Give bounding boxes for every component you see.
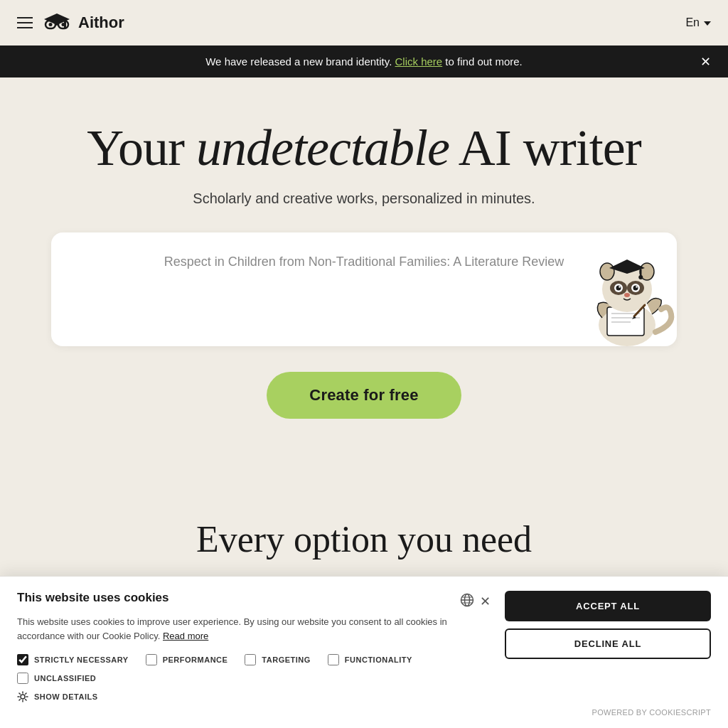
hero-title: Your undetectable AI writer (87, 120, 641, 176)
cookie-close-button[interactable]: ✕ (480, 594, 491, 609)
accept-all-button[interactable]: ACCEPT ALL (505, 591, 711, 621)
svg-point-6 (62, 23, 65, 26)
svg-point-23 (633, 286, 638, 291)
strictly-necessary-checkbox[interactable] (17, 654, 28, 665)
cookie-functionality[interactable]: FUNCTIONALITY (328, 654, 412, 665)
cookie-checkboxes: STRICTLY NECESSARY PERFORMANCE TARGETING… (17, 654, 491, 684)
svg-point-17 (638, 275, 643, 279)
functionality-checkbox[interactable] (328, 654, 339, 665)
powered-by-text: POWERED BY COOKIESCRIPT (592, 708, 711, 717)
globe-icon[interactable] (460, 593, 474, 611)
unclassified-checkbox[interactable] (17, 673, 28, 684)
banner-text-after: to find out more. (442, 55, 523, 68)
cookie-header: This website uses cookies ✕ (17, 591, 491, 612)
cookie-consent-banner: This website uses cookies ✕ (0, 576, 728, 728)
banner-close-button[interactable]: ✕ (697, 53, 714, 70)
navbar: Aithor En (0, 0, 728, 46)
hamburger-menu-button[interactable] (17, 17, 33, 28)
show-details-label: SHOW DETAILS (34, 692, 98, 701)
svg-point-5 (49, 23, 53, 26)
svg-point-34 (21, 695, 25, 699)
logo-text: Aithor (78, 14, 124, 32)
svg-point-22 (616, 286, 621, 291)
cookie-description: This website uses cookies to improve use… (17, 615, 491, 643)
cookie-title: This website uses cookies (17, 591, 169, 605)
topic-input-box[interactable]: Respect in Children from Non-Traditional… (51, 232, 677, 346)
cookie-read-more-link[interactable]: Read more (163, 631, 208, 641)
features-heading: Every option you need (28, 476, 700, 574)
banner-link[interactable]: Click here (395, 55, 443, 68)
hero-title-normal1: Your (87, 119, 196, 176)
svg-point-26 (624, 293, 630, 297)
navbar-left: Aithor (17, 11, 124, 35)
banner-text-before: We have released a new brand identity. (205, 55, 395, 68)
cookie-unclassified[interactable]: UNCLASSIFIED (17, 673, 96, 684)
logo-icon (41, 11, 73, 35)
lang-label: En (685, 16, 700, 29)
cookie-content-row: This website uses cookies ✕ (17, 591, 711, 702)
svg-point-13 (600, 263, 614, 280)
cookie-left-section: This website uses cookies ✕ (17, 591, 491, 702)
cookie-buttons: ACCEPT ALL DECLINE ALL (505, 591, 711, 659)
announcement-banner: We have released a new brand identity. C… (0, 46, 728, 77)
show-details-button[interactable]: SHOW DETAILS (17, 691, 491, 702)
gear-icon (17, 691, 28, 702)
targeting-checkbox[interactable] (245, 654, 256, 665)
hero-title-italic: undetectable (196, 119, 449, 176)
cookie-footer: POWERED BY COOKIESCRIPT (17, 708, 711, 717)
mascot-illustration (563, 232, 677, 346)
svg-point-25 (636, 286, 637, 287)
svg-point-24 (619, 286, 620, 287)
cookie-targeting[interactable]: TARGETING (245, 654, 310, 665)
chevron-down-icon (704, 21, 711, 26)
hero-subtitle: Scholarly and creative works, personaliz… (193, 191, 535, 207)
cookie-desc-text: This website uses cookies to improve use… (17, 616, 447, 641)
decline-all-button[interactable]: DECLINE ALL (505, 628, 711, 659)
hero-section: Your undetectable AI writer Scholarly an… (0, 77, 728, 447)
cookie-strictly-necessary[interactable]: STRICTLY NECESSARY (17, 654, 129, 665)
language-selector[interactable]: En (685, 16, 711, 29)
cookie-top-icons: ✕ (460, 593, 491, 611)
banner-text: We have released a new brand identity. C… (205, 55, 523, 68)
create-for-free-button[interactable]: Create for free (267, 372, 461, 419)
features-section: Every option you need (0, 447, 728, 589)
logo[interactable]: Aithor (41, 11, 124, 35)
hero-title-normal2: AI writer (449, 119, 641, 176)
performance-checkbox[interactable] (146, 654, 157, 665)
cookie-performance[interactable]: PERFORMANCE (146, 654, 228, 665)
